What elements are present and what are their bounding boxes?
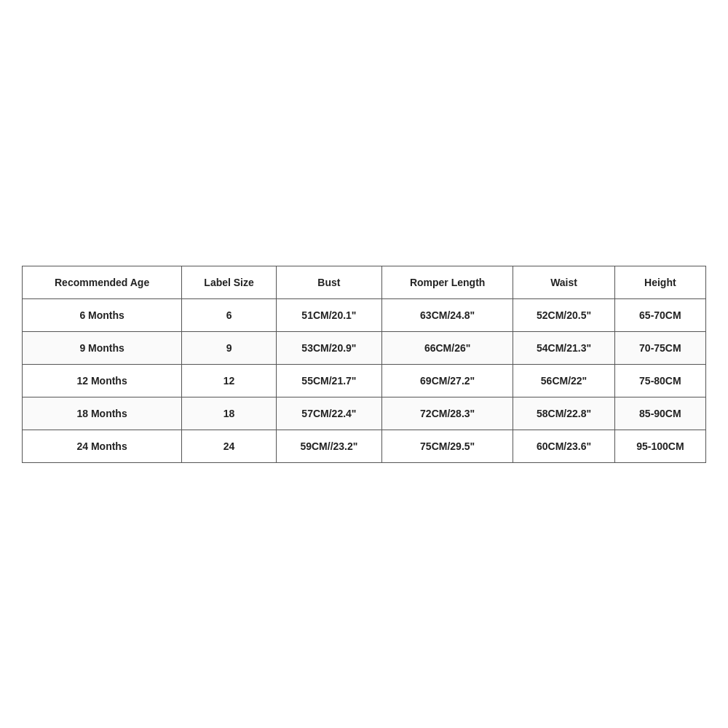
cell-height: 70-75CM	[614, 331, 705, 364]
cell-waist: 58CM/22.8"	[513, 397, 614, 430]
cell-romper_length: 66CM/26"	[381, 331, 513, 364]
cell-age: 12 Months	[23, 364, 182, 397]
table-row: 6 Months651CM/20.1"63CM/24.8"52CM/20.5"6…	[23, 298, 706, 331]
table-header-row: Recommended Age Label Size Bust Romper L…	[23, 266, 706, 298]
cell-height: 75-80CM	[614, 364, 705, 397]
cell-romper_length: 75CM/29.5"	[381, 430, 513, 462]
cell-bust: 51CM/20.1"	[276, 298, 381, 331]
cell-waist: 60CM/23.6"	[513, 430, 614, 462]
cell-romper_length: 72CM/28.3"	[381, 397, 513, 430]
header-height: Height	[614, 266, 705, 298]
cell-age: 6 Months	[23, 298, 182, 331]
cell-label_size: 6	[182, 298, 277, 331]
cell-waist: 52CM/20.5"	[513, 298, 614, 331]
cell-label_size: 9	[182, 331, 277, 364]
cell-label_size: 12	[182, 364, 277, 397]
header-recommended-age: Recommended Age	[23, 266, 182, 298]
cell-height: 65-70CM	[614, 298, 705, 331]
header-label-size: Label Size	[182, 266, 277, 298]
cell-age: 18 Months	[23, 397, 182, 430]
cell-waist: 56CM/22"	[513, 364, 614, 397]
cell-bust: 57CM/22.4"	[276, 397, 381, 430]
table-row: 12 Months1255CM/21.7"69CM/27.2"56CM/22"7…	[23, 364, 706, 397]
size-chart-table: Recommended Age Label Size Bust Romper L…	[22, 266, 706, 463]
cell-age: 9 Months	[23, 331, 182, 364]
cell-bust: 59CM//23.2"	[276, 430, 381, 462]
cell-label_size: 18	[182, 397, 277, 430]
cell-bust: 55CM/21.7"	[276, 364, 381, 397]
cell-waist: 54CM/21.3"	[513, 331, 614, 364]
cell-age: 24 Months	[23, 430, 182, 462]
cell-label_size: 24	[182, 430, 277, 462]
cell-bust: 53CM/20.9"	[276, 331, 381, 364]
size-chart-container: Recommended Age Label Size Bust Romper L…	[22, 266, 706, 463]
cell-height: 85-90CM	[614, 397, 705, 430]
cell-romper_length: 63CM/24.8"	[381, 298, 513, 331]
header-romper-length: Romper Length	[381, 266, 513, 298]
header-waist: Waist	[513, 266, 614, 298]
cell-romper_length: 69CM/27.2"	[381, 364, 513, 397]
table-row: 24 Months2459CM//23.2"75CM/29.5"60CM/23.…	[23, 430, 706, 462]
table-row: 18 Months1857CM/22.4"72CM/28.3"58CM/22.8…	[23, 397, 706, 430]
cell-height: 95-100CM	[614, 430, 705, 462]
header-bust: Bust	[276, 266, 381, 298]
table-row: 9 Months953CM/20.9"66CM/26"54CM/21.3"70-…	[23, 331, 706, 364]
